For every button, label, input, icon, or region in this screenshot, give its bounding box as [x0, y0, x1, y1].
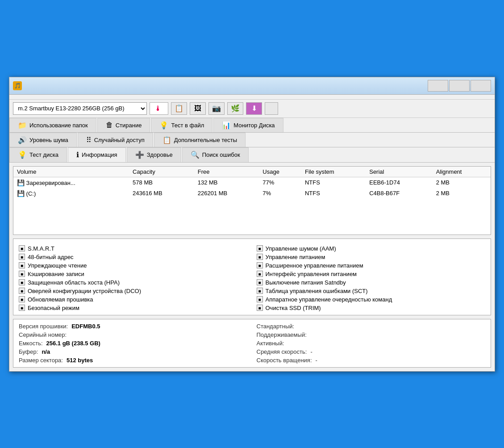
cell-filesystem: NTFS: [301, 188, 366, 199]
tab-folder-usage[interactable]: 📁 Использование папок: [9, 118, 96, 132]
col-free: Free: [194, 167, 259, 177]
tab-file-test-label: Тест в файл: [171, 122, 204, 129]
speaker-icon: 🔊: [18, 136, 27, 144]
checkbox-icon: ■: [257, 271, 263, 277]
cell-free: 132 MB: [194, 177, 259, 188]
maximize-button[interactable]: [449, 80, 470, 92]
tab-erase[interactable]: 🗑 Стирание: [97, 118, 150, 132]
checkbox-icon: ■: [19, 305, 25, 311]
tab-noise-label: Уровень шума: [29, 137, 68, 143]
tab-random-access[interactable]: ⠿ Случайный доступ: [78, 133, 153, 147]
screenshot-button[interactable]: 📷: [208, 102, 225, 115]
cell-serial: EEB6-1D74: [366, 177, 432, 188]
minimize-button[interactable]: [428, 80, 448, 92]
checkbox-icon: ■: [19, 279, 25, 285]
info-left-col: Версия прошивки:EDFMB0.5Серийный номер:Е…: [19, 323, 248, 364]
cell-capacity: 578 MB: [129, 177, 194, 188]
tab-extra-tests-label: Дополнительные тесты: [174, 137, 237, 143]
checkbox-icon: ■: [257, 279, 263, 285]
info-row: Средняя скорость:-: [257, 348, 486, 355]
checkbox-icon: ■: [19, 262, 25, 268]
mode-item: ■Кэширование записи: [19, 271, 248, 277]
copy-image-button[interactable]: 🖼: [190, 102, 206, 115]
info-row: Поддерживаемый:: [257, 331, 486, 338]
grid-icon: ⠿: [86, 136, 92, 144]
tab-disk-test[interactable]: 💡 Тест диска: [9, 147, 67, 162]
info-label: Стандартный:: [257, 323, 295, 330]
info-row: Версия прошивки:EDFMB0.5: [19, 323, 248, 330]
tab-noise[interactable]: 🔊 Уровень шума: [9, 133, 77, 147]
tab-disk-test-label: Тест диска: [29, 151, 58, 158]
col-usage: Usage: [259, 167, 301, 177]
info-label: Серийный номер:: [19, 331, 67, 338]
table-row: 💾 Зарезервирован... 578 MB 132 MB 77% NT…: [13, 177, 491, 188]
folder-icon: 📁: [18, 121, 27, 130]
table-spacer: [13, 199, 491, 234]
info-value: n/a: [42, 348, 50, 355]
mode-item: ■Управление шумом (AAM): [257, 245, 486, 252]
menu-bar: [9, 95, 495, 100]
info-value: EDFMB0.5: [71, 323, 100, 330]
download-button[interactable]: ⬇: [246, 102, 262, 115]
tabs-row1: 📁 Использование папок 🗑 Стирание 💡 Тест …: [9, 118, 495, 133]
checkbox-icon: ■: [19, 245, 25, 251]
mode-item: ■48-битный адрес: [19, 254, 248, 260]
info-label: Версия прошивки:: [19, 323, 68, 330]
col-filesystem: File system: [301, 167, 366, 177]
tab-error-scan-label: Поиск ошибок: [202, 151, 240, 158]
cell-volume: 💾 Зарезервирован...: [13, 177, 129, 188]
info-grid: Версия прошивки:EDFMB0.5Серийный номер:Е…: [19, 323, 485, 364]
tabs-row2: 🔊 Уровень шума ⠿ Случайный доступ 📋 Допо…: [9, 133, 495, 147]
info-value: 512 bytes: [67, 357, 93, 364]
menu-help[interactable]: [24, 96, 27, 98]
checkbox-icon: ■: [19, 296, 25, 302]
cell-alignment: 2 MB: [433, 177, 491, 188]
checkbox-icon: ■: [257, 245, 263, 251]
info-value: -: [316, 357, 317, 364]
mode-item: ■Оверлей конфигурации устройства (DCO): [19, 288, 248, 294]
tab-health[interactable]: ➕ Здоровье: [127, 147, 181, 162]
tab-file-test[interactable]: 💡 Тест в файл: [151, 118, 212, 132]
menu-file[interactable]: [13, 96, 17, 98]
exit-button[interactable]: [265, 102, 278, 115]
info-label: Активный:: [257, 340, 284, 347]
tab-extra-tests[interactable]: 📋 Дополнительные тесты: [154, 133, 246, 147]
col-volume: Volume: [13, 167, 129, 177]
modes-left-col: ■S.M.A.R.T■48-битный адрес■Упреждающее ч…: [19, 245, 248, 311]
info-label: Поддерживаемый:: [257, 331, 307, 338]
mode-item: ■Безопасный режим: [19, 305, 248, 311]
info-label: Средняя скорость:: [257, 348, 307, 355]
tab-error-scan[interactable]: 🔍 Поиск ошибок: [182, 147, 249, 162]
title-bar: 🎵: [9, 77, 495, 95]
mode-item: ■Аппаратное управление очередностью кома…: [257, 296, 486, 303]
checkbox-icon: ■: [257, 305, 263, 311]
drive-select[interactable]: m.2 Smartbuy E13-2280 256GB (256 gB): [13, 102, 147, 115]
content-area: Volume Capacity Free Usage File system S…: [9, 163, 495, 371]
thermometer-icon: 🌡: [154, 105, 162, 113]
supported-modes-box: ■S.M.A.R.T■48-битный адрес■Упреждающее ч…: [13, 239, 491, 315]
bulb-icon: 💡: [159, 121, 168, 130]
tab-erase-label: Стирание: [116, 122, 142, 129]
mode-item: ■Интерфейс управления питанием: [257, 271, 486, 277]
save-button[interactable]: 🌿: [227, 102, 243, 115]
copy-report-button[interactable]: 📋: [171, 102, 187, 115]
checkbox-icon: ■: [257, 254, 263, 260]
info-value: 256.1 gB (238.5 GB): [46, 340, 100, 347]
mode-item: ■Очистка SSD (TRIM): [257, 305, 486, 311]
main-window: 🎵 m.2 Smartbuy E13-2280 256GB (256 gB) 🌡…: [9, 77, 495, 372]
modes-grid: ■S.M.A.R.T■48-битный адрес■Упреждающее ч…: [19, 245, 485, 311]
tab-disk-monitor-label: Монитор Диска: [233, 122, 275, 129]
tab-disk-monitor[interactable]: 📊 Монитор Диска: [213, 118, 283, 132]
app-icon: 🎵: [13, 81, 22, 90]
info-label: Скорость вращения:: [257, 357, 312, 364]
info-row: Буфер:n/a: [19, 348, 248, 355]
close-button[interactable]: [471, 80, 491, 92]
mode-item: ■Защищенная область хоста (HPA): [19, 279, 248, 286]
volume-table: Volume Capacity Free Usage File system S…: [13, 167, 491, 199]
info-row: Серийный номер:: [19, 331, 248, 338]
tab-info[interactable]: ℹ Информация: [68, 147, 126, 162]
checkbox-icon: ■: [19, 254, 25, 260]
col-serial: Serial: [366, 167, 432, 177]
info-row: Активный:: [257, 340, 486, 347]
disk-test-icon: 💡: [18, 151, 27, 159]
